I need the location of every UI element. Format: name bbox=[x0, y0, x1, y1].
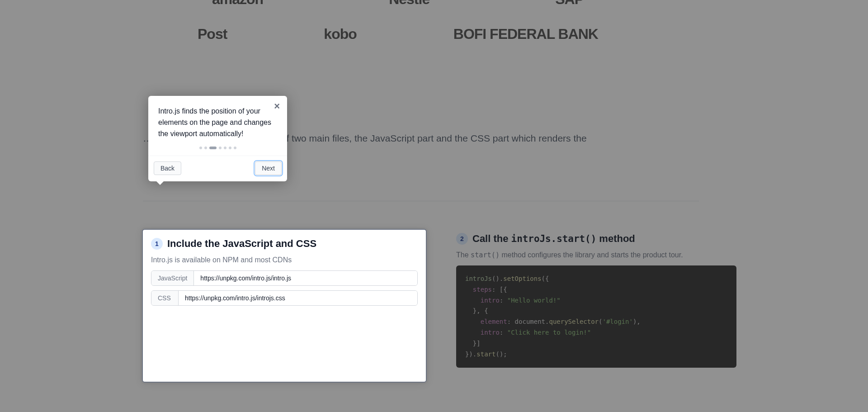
tooltip-text: Intro.js finds the position of your elem… bbox=[158, 106, 277, 139]
close-icon[interactable]: × bbox=[272, 99, 282, 113]
bullet-6[interactable] bbox=[234, 147, 236, 149]
css-addon-label: CSS bbox=[151, 291, 179, 305]
bullet-4[interactable] bbox=[224, 147, 226, 149]
back-button[interactable]: Back bbox=[154, 161, 181, 175]
css-url-row: CSS bbox=[151, 290, 418, 306]
bullet-3[interactable] bbox=[219, 147, 222, 149]
bullet-0[interactable] bbox=[199, 147, 202, 149]
js-url-input[interactable] bbox=[194, 271, 417, 285]
bullet-2[interactable] bbox=[209, 147, 217, 149]
step1-subtitle: Intro.js is available on NPM and most CD… bbox=[151, 256, 418, 264]
step1-card-highlighted: 1 Include the JavaScript and CSS Intro.j… bbox=[142, 229, 427, 383]
step-bullets bbox=[148, 147, 287, 156]
next-button[interactable]: Next bbox=[255, 161, 282, 175]
css-url-input[interactable] bbox=[179, 291, 417, 305]
js-url-row: JavaScript bbox=[151, 270, 418, 286]
step1-badge: 1 bbox=[151, 238, 163, 250]
js-addon-label: JavaScript bbox=[151, 271, 194, 285]
bullet-1[interactable] bbox=[204, 147, 207, 149]
bullet-5[interactable] bbox=[229, 147, 231, 149]
step1-heading: Include the JavaScript and CSS bbox=[167, 238, 316, 250]
tour-tooltip: × Intro.js finds the position of your el… bbox=[148, 96, 287, 181]
dim-overlay bbox=[0, 0, 868, 412]
